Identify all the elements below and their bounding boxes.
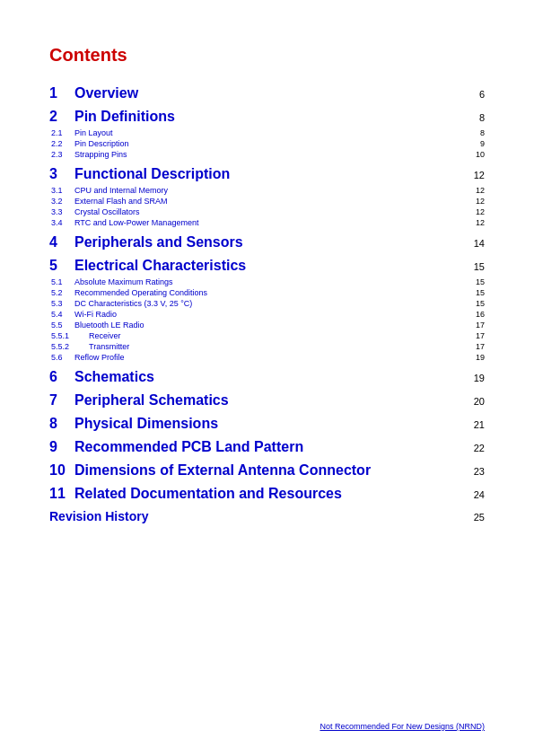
toc-section-2: 2Pin Definitions82.1Pin Layout82.2Pin De… [49, 109, 485, 159]
toc-num-2: 2 [49, 109, 74, 125]
toc-page-9: 22 [458, 443, 485, 453]
toc-label-4: Peripherals and Sensors [74, 234, 458, 251]
toc-subnum-2-3: 2.3 [49, 150, 74, 159]
toc-container: 1Overview62Pin Definitions82.1Pin Layout… [49, 85, 485, 502]
toc-label-3: Functional Description [74, 166, 458, 182]
toc-sublabel-5-5-2: Transmitter [89, 342, 458, 351]
toc-page-8: 21 [458, 419, 485, 430]
toc-subpage-3-1: 12 [458, 186, 485, 195]
toc-sublabel-2-1: Pin Layout [74, 128, 458, 137]
toc-subsubpage-5-5-1: 17 [458, 331, 485, 340]
toc-sublabel-5-6: Reflow Profile [74, 353, 458, 362]
toc-subnum-2-1: 2.1 [49, 128, 74, 137]
toc-subsub-5-5-2: 5.5.2Transmitter17 [49, 342, 485, 351]
toc-sublabel-5-1: Absolute Maximum Ratings [74, 277, 458, 286]
toc-main-5: 5Electrical Characteristics15 [49, 258, 485, 274]
toc-sub-3-1: 3.1CPU and Internal Memory12 [49, 186, 485, 195]
toc-subpage-2-3: 10 [458, 150, 485, 159]
toc-subnum-3-3: 3.3 [49, 207, 74, 216]
toc-sub-3-2: 3.2External Flash and SRAM12 [49, 197, 485, 206]
toc-main-11: 11Related Documentation and Resources24 [49, 486, 485, 502]
toc-subnum-5-3: 5.3 [49, 299, 74, 308]
toc-subnum-5-1: 5.1 [49, 277, 74, 286]
toc-label-11: Related Documentation and Resources [74, 486, 458, 502]
toc-section-3: 3Functional Description123.1CPU and Inte… [49, 166, 485, 227]
toc-subnum-2-2: 2.2 [49, 139, 74, 148]
toc-section-9: 9Recommended PCB Land Pattern22 [49, 439, 485, 455]
toc-page-4: 14 [458, 238, 485, 249]
toc-subnum-3-2: 3.2 [49, 197, 74, 206]
toc-sub-2-1: 2.1Pin Layout8 [49, 128, 485, 137]
toc-page-5: 15 [458, 261, 485, 272]
toc-subnum-5-5: 5.5 [49, 321, 74, 330]
toc-main-4: 4Peripherals and Sensors14 [49, 234, 485, 251]
toc-subsubpage-5-5-2: 17 [458, 342, 485, 351]
toc-num-5: 5 [49, 258, 74, 274]
toc-label-10: Dimensions of External Antenna Connector [74, 462, 458, 479]
toc-main-2: 2Pin Definitions8 [49, 109, 485, 125]
toc-subpage-2-1: 8 [458, 128, 485, 137]
toc-sub-2-2: 2.2Pin Description9 [49, 139, 485, 148]
toc-label-9: Recommended PCB Land Pattern [74, 439, 458, 455]
toc-main-3: 3Functional Description12 [49, 166, 485, 182]
toc-sub-5-3: 5.3DC Characteristics (3.3 V, 25 °C)15 [49, 299, 485, 308]
toc-section-8: 8Physical Dimensions21 [49, 416, 485, 432]
toc-subsub-5-5-1: 5.5.1Receiver17 [49, 331, 485, 340]
toc-main-1: 1Overview6 [49, 85, 485, 101]
toc-label-1: Overview [74, 85, 458, 101]
toc-sub-3-3: 3.3Crystal Oscillators12 [49, 207, 485, 216]
toc-page-1: 6 [458, 89, 485, 100]
toc-section-10: 10Dimensions of External Antenna Connect… [49, 462, 485, 479]
toc-section-5: 5Electrical Characteristics155.1Absolute… [49, 258, 485, 362]
toc-page-10: 23 [458, 466, 485, 477]
toc-sublabel-3-4: RTC and Low-Power Management [74, 218, 458, 227]
toc-subsubnum-5-5-2: 5.5.2 [49, 342, 89, 351]
contents-title: Contents [49, 45, 485, 66]
toc-sublabel-3-3: Crystal Oscillators [74, 207, 458, 216]
toc-section-4: 4Peripherals and Sensors14 [49, 234, 485, 251]
toc-num-4: 4 [49, 234, 74, 251]
toc-page-3: 12 [458, 170, 485, 180]
toc-sublabel-2-2: Pin Description [74, 139, 458, 148]
toc-sublabel-2-3: Strapping Pins [74, 150, 458, 159]
toc-label-8: Physical Dimensions [74, 416, 458, 432]
toc-label-2: Pin Definitions [74, 109, 458, 125]
toc-num-11: 11 [49, 486, 74, 502]
toc-subsubnum-5-5-1: 5.5.1 [49, 331, 89, 340]
revision-history-label: Revision History [49, 509, 458, 523]
toc-main-7: 7Peripheral Schematics20 [49, 392, 485, 409]
toc-subnum-5-2: 5.2 [49, 288, 74, 297]
toc-num-7: 7 [49, 392, 74, 409]
toc-subpage-5-4: 16 [458, 310, 485, 319]
toc-section-1: 1Overview6 [49, 85, 485, 101]
toc-subpage-5-2: 15 [458, 288, 485, 297]
toc-num-3: 3 [49, 166, 74, 182]
toc-num-6: 6 [49, 369, 74, 385]
toc-main-9: 9Recommended PCB Land Pattern22 [49, 439, 485, 455]
footer-note: Not Recommended For New Designs (NRND) [320, 722, 485, 731]
toc-subpage-5-3: 15 [458, 299, 485, 308]
toc-num-9: 9 [49, 439, 74, 455]
toc-sublabel-3-1: CPU and Internal Memory [74, 186, 458, 195]
toc-section-7: 7Peripheral Schematics20 [49, 392, 485, 409]
toc-sublabel-5-5: Bluetooth LE Radio [74, 321, 458, 330]
toc-page-11: 24 [458, 489, 485, 500]
toc-sublabel-5-4: Wi-Fi Radio [74, 310, 458, 319]
toc-main-6: 6Schematics19 [49, 369, 485, 385]
toc-label-6: Schematics [74, 369, 458, 385]
toc-label-7: Peripheral Schematics [74, 392, 458, 409]
toc-sub-3-4: 3.4RTC and Low-Power Management12 [49, 218, 485, 227]
toc-page-6: 19 [458, 373, 485, 383]
toc-main-8: 8Physical Dimensions21 [49, 416, 485, 432]
toc-page-7: 20 [458, 396, 485, 407]
toc-sub-5-6: 5.6Reflow Profile19 [49, 353, 485, 362]
toc-subpage-2-2: 9 [458, 139, 485, 148]
revision-history-entry: Revision History 25 [49, 509, 485, 523]
toc-sublabel-5-2: Recommended Operating Conditions [74, 288, 458, 297]
toc-label-5: Electrical Characteristics [74, 258, 458, 274]
toc-section-6: 6Schematics19 [49, 369, 485, 385]
toc-subpage-3-4: 12 [458, 218, 485, 227]
toc-num-8: 8 [49, 416, 74, 432]
toc-num-10: 10 [49, 462, 74, 479]
toc-subnum-5-4: 5.4 [49, 310, 74, 319]
